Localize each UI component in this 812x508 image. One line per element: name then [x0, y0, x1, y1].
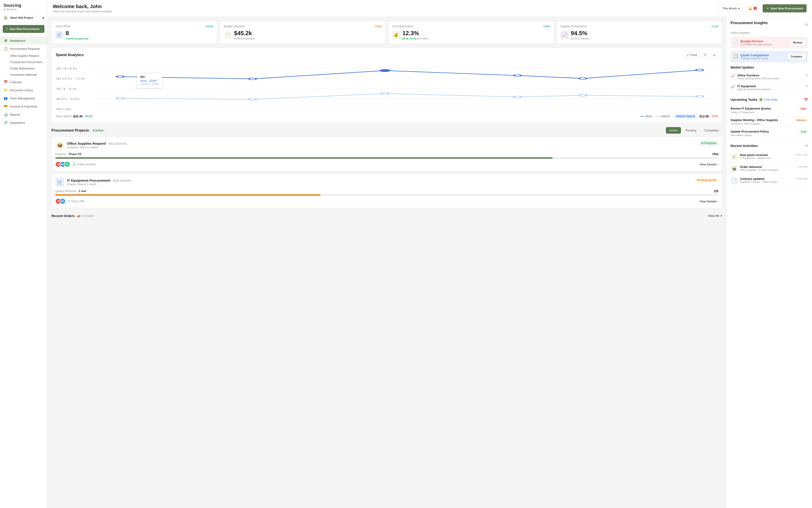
- tab-completed[interactable]: Completed: [701, 127, 722, 134]
- svg-point-14: [579, 78, 586, 79]
- kpi-value: $45.2k: [234, 30, 255, 37]
- priority-badge: High: [799, 107, 808, 111]
- tasks-title: Upcoming Tasks: [731, 97, 758, 101]
- sidebar-item-team[interactable]: 👥 Team Management: [0, 94, 47, 102]
- budget-alert-icon: 📄: [733, 39, 738, 44]
- tab-pending[interactable]: Pending: [682, 127, 700, 134]
- in-transit-badge: 🚚 3 in transit: [77, 214, 93, 217]
- insights-title: Procurement Insights: [731, 21, 768, 25]
- bell-icon: 🔔: [748, 7, 752, 10]
- notification-bell[interactable]: 🔔 3: [745, 5, 760, 12]
- chart-legend: direct indirect: [640, 115, 670, 118]
- activities-title: Recent Activities: [731, 144, 758, 147]
- time-button[interactable]: ⏱: [701, 52, 709, 58]
- sidebar-item-label: Invoices & Payments: [10, 105, 37, 108]
- sidebar-item-invoices[interactable]: 💳 Invoices & Payments: [0, 102, 47, 111]
- task-meta: Today • IT Equipment: [731, 111, 808, 114]
- task-item-policy: Update Procurement Policy Low Next Week …: [731, 128, 808, 139]
- project-req: REQ-2024-002: [113, 179, 131, 182]
- svg-point-16: [116, 97, 124, 99]
- sidebar-item-reports[interactable]: 📊 Reports: [0, 111, 47, 119]
- review-button[interactable]: Review: [790, 40, 805, 46]
- tab-active[interactable]: Active: [666, 127, 681, 134]
- page-header: Welcome back, John Here's an overview of…: [47, 0, 812, 17]
- project-icon: 📦: [55, 141, 64, 150]
- procurement-icon: 📋: [4, 47, 8, 51]
- kpi-label: Active RFQs: [55, 25, 70, 28]
- view-details-button[interactable]: View Details ›: [699, 163, 719, 166]
- activity-sub: ErgoMax Furniture - Office Chairs: [740, 180, 777, 183]
- sidebar-sub-it-equipment[interactable]: IT Equipment Procurement: [0, 59, 47, 66]
- project-icon: 🏠: [3, 15, 8, 20]
- sidebar-sub-facility[interactable]: Facility Maintenance: [0, 66, 47, 72]
- brand-title: Sourcing: [4, 3, 43, 8]
- market-sub: Prices trending down (-8% this month): [737, 77, 779, 80]
- task-meta: Tomorrow • Office Supplies: [731, 122, 808, 125]
- header-new-procurement-button[interactable]: ＋ Start New Procurement: [763, 4, 807, 12]
- project-selector[interactable]: 🏠 Ubud Villa Project ▾: [0, 13, 47, 23]
- tasks-section: Upcoming Tasks 🟢 3 due today 📅 Review IT…: [731, 97, 808, 139]
- project-tasks: 📋 4 tasks pending: [72, 163, 95, 166]
- sidebar-item-procurement[interactable]: 📋 Procurement Requests: [0, 45, 47, 53]
- filter-button[interactable]: ⇄: [711, 52, 718, 58]
- sidebar-item-integrations[interactable]: 🔗 Integrations: [0, 119, 47, 127]
- spend-analytics-panel: Spend Analytics 📈 Trend ⏱ ⇄ $0k $8.5k $1…: [51, 48, 722, 123]
- direct-spend-stat: Direct Spend $32.4k +8.2%: [56, 115, 92, 118]
- kpi-sub: 4 pending approval: [66, 37, 88, 40]
- trend-button[interactable]: 📈 Trend: [684, 52, 699, 58]
- sidebar-item-documents[interactable]: 📁 Document Library: [0, 86, 47, 94]
- sidebar-item-label: Team Management: [10, 97, 35, 100]
- market-name: Office Furniture: [737, 74, 779, 77]
- kpi-row: Active RFQs +12.5% 🛒 8 4 pending approva…: [51, 21, 722, 44]
- view-all-button[interactable]: View All ↗: [708, 214, 722, 217]
- sidebar-item-calendar[interactable]: 📅 Calendar: [0, 78, 47, 86]
- insight-title: Quote Comparison: [740, 53, 769, 57]
- sidebar-new-procurement-button[interactable]: ＋ Start New Procurement: [3, 25, 44, 33]
- project-req: REQ-2024-001: [109, 142, 127, 145]
- project-meta: 15 items • Due in 2 weeks: [67, 146, 127, 149]
- direct-spend-label: Direct Spend: [56, 115, 71, 118]
- activity-icon: 📦: [731, 165, 738, 172]
- project-name: Office Supplies Request: [67, 141, 106, 145]
- kpi-value: 94.5%: [571, 30, 589, 37]
- plus-icon: ＋: [5, 27, 8, 31]
- header-left: Welcome back, John Here's an overview of…: [53, 4, 112, 13]
- project-tasks: ⏱ Due in 48h: [68, 200, 84, 203]
- sidebar-sub-construction[interactable]: Construction Materials: [0, 72, 47, 78]
- month-label: This Month: [723, 7, 737, 10]
- arrow-icon[interactable]: ↗: [805, 85, 808, 88]
- header-right: This Month ▾ 🔔 3 ＋ Start New Procurement: [720, 4, 807, 12]
- month-selector[interactable]: This Month ▾: [720, 5, 743, 12]
- sidebar-sub-office-supplies[interactable]: Office Supplies Request: [0, 53, 47, 59]
- settings-icon[interactable]: ⚙: [805, 143, 808, 148]
- insight-card-budget: 📄 Budget Review Q1 budget limit approach…: [731, 37, 808, 48]
- indirect-spend-change: -3.1%: [711, 115, 718, 118]
- indirect-spend-badge: Indirect Spend: [673, 114, 697, 119]
- activity-name: New quote received: [740, 153, 771, 157]
- project-avatars: JD MK SL: [55, 161, 69, 167]
- reports-icon: 📊: [4, 113, 8, 117]
- kpi-sub: $8.5k saved this month: [402, 37, 429, 40]
- kpi-supplier: Supplier Performance +2.3% 📈 94.5% On-ti…: [557, 21, 723, 44]
- activity-icon: 🛒: [731, 153, 738, 161]
- activity-time: 2 days ago: [796, 177, 808, 180]
- svg-text:$0k: $0k: [56, 108, 72, 111]
- calendar-icon[interactable]: 📅: [804, 98, 808, 101]
- svg-point-11: [249, 78, 256, 80]
- avatar: MK: [60, 198, 66, 204]
- action-required-label: Action Required: [731, 31, 808, 35]
- arrow-icon[interactable]: ↗: [805, 74, 808, 77]
- market-title: Market Updates: [731, 66, 808, 69]
- right-panel: Procurement Insights ⚙ Action Required 📄…: [726, 17, 812, 508]
- svg-point-21: [696, 95, 703, 97]
- rfq-icon: 🛒: [55, 31, 64, 39]
- sidebar-item-dashboard[interactable]: ⊞ Dashboard: [0, 37, 47, 45]
- view-details-button[interactable]: View Details ›: [699, 200, 719, 203]
- progress-phase: Phase 2/3: [69, 153, 81, 156]
- svg-text:$17k: $17k: [56, 87, 78, 90]
- calendar-icon: 📅: [4, 80, 8, 84]
- settings-icon[interactable]: ⚙: [805, 23, 808, 27]
- svg-point-17: [249, 98, 256, 100]
- compare-button[interactable]: Compare: [788, 54, 805, 59]
- team-icon: 👥: [4, 96, 8, 100]
